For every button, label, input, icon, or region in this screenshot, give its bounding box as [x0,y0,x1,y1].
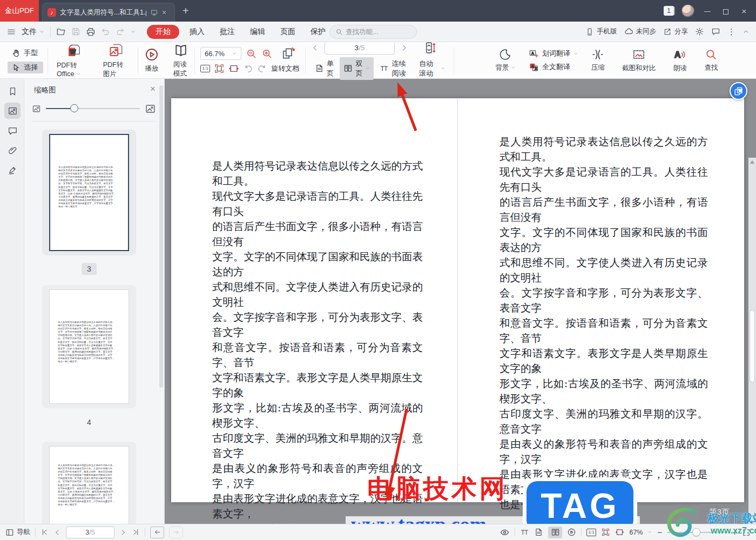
feedback-comment-icon[interactable] [711,27,720,36]
sidebar-item-signature[interactable] [4,161,21,178]
thumbnail-page-5[interactable]: 是人类用符号记录表达信息以传之久远的方式和工具。 现代文字大多是记录语言的工具。… [42,442,136,524]
zoom-out-icon[interactable] [246,48,257,59]
close-window-button[interactable]: × [739,6,750,16]
sidebar-item-attachments[interactable] [4,142,21,158]
mobile-version-icon[interactable] [585,28,594,36]
tab-edit[interactable]: 编辑 [245,27,270,37]
document-pages[interactable]: 是人类用符号记录表达信息以传之久远的方式和工具。 现代文字大多是记录语言的工具。… [171,98,744,502]
collapse-ribbon-icon[interactable] [742,28,750,35]
file-menu[interactable]: 文件 [22,27,45,37]
scroll-up-arrow-icon[interactable] [750,160,754,164]
chevron-down-icon[interactable] [647,530,652,535]
find-button[interactable]: 查找 [700,48,722,72]
screenshot-compare-button[interactable]: 截图和对比 [618,48,660,73]
fit-page-icon[interactable] [214,63,225,74]
auto-scroll-button[interactable]: 自动滚动 [415,57,449,80]
pdf-to-word-floating-button[interactable] [730,82,747,100]
more-commands-chevron-icon[interactable] [130,29,136,35]
fit-width-icon[interactable] [228,63,239,74]
first-page-icon[interactable] [40,528,49,536]
print-icon[interactable] [86,27,96,37]
close-panel-icon[interactable]: × [150,84,156,94]
auto-scroll-icon[interactable] [423,41,437,55]
zoom-minus-icon[interactable]: − [657,528,662,537]
sidebar-item-thumbnails[interactable] [4,103,21,119]
slider-handle[interactable] [70,104,78,112]
open-file-icon[interactable] [56,27,66,37]
thumbnail-size-slider[interactable] [32,103,156,114]
history-back-button[interactable] [150,526,164,538]
share-icon[interactable] [663,28,672,36]
cloud-sync-icon[interactable] [624,27,633,36]
next-page-icon[interactable] [119,529,127,536]
scrollbar-thumb[interactable] [750,310,755,382]
undo-icon[interactable] [101,27,110,36]
app-logo-tab[interactable]: 金山PDF [0,0,39,22]
hamburger-menu-icon[interactable] [6,27,16,37]
mobile-version-label[interactable]: 手机版 [597,27,617,36]
avatar[interactable] [681,4,694,17]
pdf-to-office-button[interactable]: PDF转Office [52,43,96,78]
feature-search-box[interactable] [329,25,417,39]
rotate-left-icon[interactable] [243,64,253,74]
vertical-scrollbar[interactable] [748,158,756,540]
previous-page-icon[interactable] [53,529,61,536]
tab-annotate[interactable]: 批注 [215,27,240,37]
background-button[interactable]: 背景 [491,48,520,72]
zoom-slider-handle[interactable] [692,528,700,536]
double-page-mode-button[interactable] [548,526,562,538]
next-page-icon[interactable] [400,44,408,52]
share-label[interactable]: 分享 [674,27,688,36]
feature-search-input[interactable] [346,28,405,36]
thumbnail-page-4-preview[interactable]: 是人类用符号记录表达信息以传之久远的方式和工具。 现代文字大多是记录语言的工具。… [49,289,129,404]
thumbnail-page-4[interactable]: 是人类用符号记录表达信息以传之久远的方式和工具。 现代文字大多是记录语言的工具。… [42,285,136,408]
rotate-document-label[interactable]: 旋转文档 [271,64,299,73]
rotate-right-icon[interactable] [257,64,267,74]
pdf-to-image-button[interactable]: PDF转图片 [99,42,133,79]
last-page-icon[interactable] [132,528,140,536]
actual-size-icon[interactable]: 1:1 [586,529,596,536]
redo-icon[interactable] [116,27,125,36]
minimize-button[interactable] [702,6,713,16]
panel-scrollbar[interactable] [159,85,163,388]
statusbar-zoom-value[interactable]: 67% [629,529,643,536]
single-page-icon[interactable] [534,528,543,537]
eye-protection-icon[interactable] [500,527,510,537]
slider-track[interactable] [46,108,140,109]
pin-to-desktop-icon[interactable] [150,9,158,17]
zoom-in-icon[interactable] [261,48,273,59]
reading-mode-button[interactable]: 阅读模式 [169,43,193,78]
continuous-reading-button[interactable]: 连续阅读 [376,57,413,80]
play-icon[interactable] [567,528,576,537]
save-icon[interactable] [71,27,80,36]
zoom-slider[interactable] [667,532,727,533]
statusbar-page-input[interactable]: 3/5 [66,526,114,538]
more-options-dots-icon[interactable]: ⋮ [727,27,735,37]
tab-home[interactable]: 开始 [147,25,179,39]
settings-gear-icon[interactable] [695,27,704,36]
previous-page-icon[interactable] [311,44,319,52]
zoom-percentage-combobox[interactable]: 66.7% [200,47,241,60]
compress-button[interactable]: 压缩 [587,48,609,72]
thumbnail-page-3[interactable]: 是人类用符号记录表达信息以传之久远的方式和工具。 现代文字大多是记录语言的工具。… [42,130,136,255]
select-tool-button[interactable]: 选择 [8,62,43,73]
page-number-input[interactable]: 3/5 [325,41,395,55]
thumbnail-page-5-preview[interactable]: 是人类用符号记录表达信息以传之久远的方式和工具。 现代文字大多是记录语言的工具。… [49,446,129,524]
zoom-plus-icon[interactable]: + [732,528,737,537]
single-page-mode-button[interactable]: 单页 [311,57,338,80]
history-forward-button[interactable] [169,526,183,538]
sidebar-item-bookmarks[interactable] [4,83,21,99]
tab-protect[interactable]: 保护 [306,27,330,37]
new-tab-button[interactable]: + [183,5,189,17]
thumbnail-page-3-preview[interactable]: 是人类用符号记录表达信息以传之久远的方式和工具。 现代文字大多是记录语言的工具。… [49,134,129,251]
play-slideshow-button[interactable]: 播放 [140,47,164,73]
close-tab-icon[interactable]: × [162,8,166,17]
continuous-reading-icon[interactable] [520,528,529,537]
actual-size-icon[interactable]: 1:1 [200,65,210,72]
read-aloud-button[interactable]: 朗读 [669,48,691,73]
fullscreen-expand-icon[interactable] [742,528,751,537]
hand-tool-button[interactable]: 手型 [8,47,43,59]
sync-status-label[interactable]: 未同步 [636,27,657,36]
tab-page[interactable]: 页面 [275,27,300,37]
maximize-button[interactable] [720,6,731,16]
